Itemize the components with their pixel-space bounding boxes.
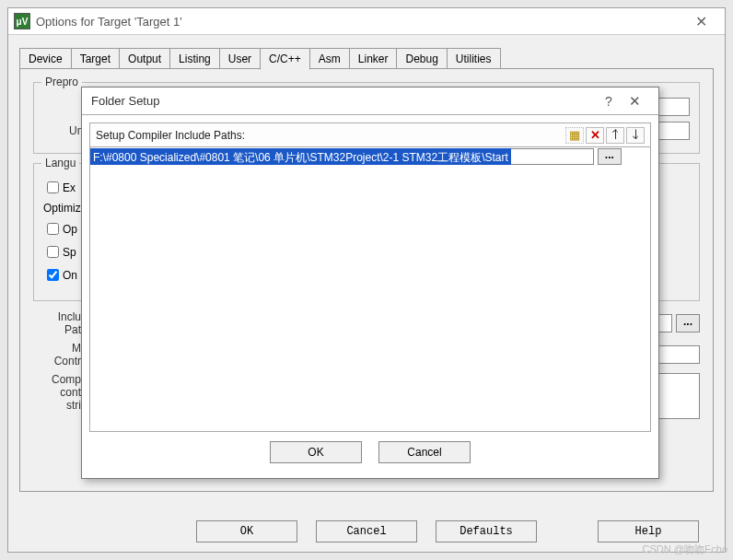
modal-titlebar: Folder Setup ? ✕ bbox=[82, 88, 658, 115]
sp-label: Sp bbox=[63, 246, 76, 259]
tab-strip: Device Target Output Listing User C/C++ … bbox=[19, 48, 714, 69]
tab-target[interactable]: Target bbox=[71, 48, 120, 69]
language-group-label: Langu bbox=[41, 157, 79, 169]
include-paths-browse-button[interactable]: ... bbox=[676, 314, 700, 332]
folder-setup-dialog: Folder Setup ? ✕ Setup Compiler Include … bbox=[81, 87, 659, 479]
path-browse-button[interactable]: ... bbox=[598, 148, 622, 165]
help-button[interactable]: Help bbox=[598, 520, 699, 542]
ex-label: Ex bbox=[63, 181, 76, 194]
misc-controls-label: M Contr bbox=[33, 342, 81, 368]
titlebar: μV Options for Target 'Target 1' ✕ bbox=[8, 8, 725, 34]
tab-asm[interactable]: Asm bbox=[309, 48, 350, 69]
defaults-button[interactable]: Defaults bbox=[436, 520, 537, 542]
tab-device[interactable]: Device bbox=[19, 48, 72, 69]
dialog-button-row: OK Cancel Defaults Help bbox=[8, 520, 725, 542]
delete-path-icon[interactable]: ✕ bbox=[586, 127, 604, 144]
tab-output[interactable]: Output bbox=[119, 48, 170, 69]
move-up-icon[interactable]: 🡑 bbox=[606, 127, 624, 144]
tab-linker[interactable]: Linker bbox=[349, 48, 398, 69]
include-paths-list[interactable]: F:\#0800 Specialized\#0801 笔记\06 单片机\STM… bbox=[89, 146, 651, 432]
modal-title: Folder Setup bbox=[91, 94, 598, 108]
preprocessor-group-label: Prepro bbox=[41, 76, 82, 88]
include-paths-label: Inclu Pat bbox=[33, 310, 81, 336]
modal-close-icon[interactable]: ✕ bbox=[620, 91, 649, 111]
modal-body: Setup Compiler Include Paths: ▦ ✕ 🡑 🡓 F:… bbox=[82, 115, 658, 471]
one-elf-checkbox[interactable] bbox=[47, 269, 59, 281]
close-icon[interactable]: ✕ bbox=[682, 13, 719, 30]
move-down-icon[interactable]: 🡓 bbox=[626, 127, 645, 144]
tab-debug[interactable]: Debug bbox=[396, 48, 447, 69]
watermark: CSDN @吻吻Echo bbox=[643, 542, 727, 556]
execute-only-checkbox[interactable] bbox=[47, 181, 59, 193]
tab-c-cpp[interactable]: C/C++ bbox=[260, 48, 310, 70]
tab-user[interactable]: User bbox=[219, 48, 261, 69]
compiler-control-label: Comp cont stri bbox=[33, 373, 81, 412]
new-path-icon[interactable]: ▦ bbox=[565, 127, 584, 144]
tab-utilities[interactable]: Utilities bbox=[447, 48, 501, 69]
path-entry-edit[interactable] bbox=[511, 148, 594, 165]
path-row[interactable]: F:\#0800 Specialized\#0801 笔记\06 单片机\STM… bbox=[90, 147, 650, 166]
modal-cancel-button[interactable]: Cancel bbox=[378, 441, 471, 463]
modal-caption: Setup Compiler Include Paths: bbox=[96, 129, 564, 142]
modal-help-icon[interactable]: ? bbox=[598, 92, 620, 111]
optimize-time-checkbox[interactable] bbox=[47, 223, 59, 235]
modal-toolbar: Setup Compiler Include Paths: ▦ ✕ 🡑 🡓 bbox=[89, 122, 651, 146]
path-entry-selected[interactable]: F:\#0800 Specialized\#0801 笔记\06 单片机\STM… bbox=[90, 148, 511, 165]
ok-button[interactable]: OK bbox=[196, 520, 297, 542]
tab-listing[interactable]: Listing bbox=[169, 48, 220, 69]
optimization-label: Optimiz bbox=[43, 202, 81, 215]
app-icon: μV bbox=[14, 13, 30, 29]
split-load-checkbox[interactable] bbox=[47, 246, 59, 258]
cancel-button[interactable]: Cancel bbox=[316, 520, 417, 542]
modal-ok-button[interactable]: OK bbox=[270, 441, 362, 463]
window-title: Options for Target 'Target 1' bbox=[36, 15, 682, 29]
on-label: On bbox=[63, 269, 77, 282]
op-label: Op bbox=[63, 223, 77, 236]
modal-button-row: OK Cancel bbox=[89, 441, 651, 463]
